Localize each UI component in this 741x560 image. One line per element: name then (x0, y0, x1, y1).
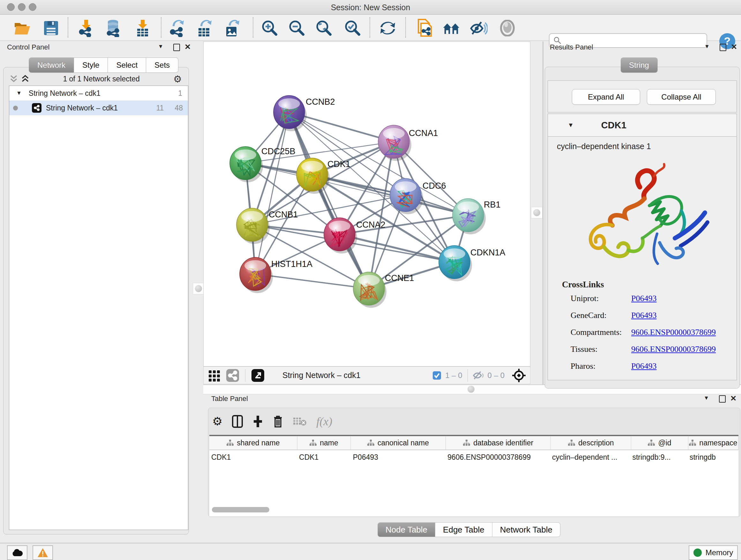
tab-select[interactable]: Select (108, 57, 146, 73)
tab-sets[interactable]: Sets (146, 57, 179, 73)
network-collection-row[interactable]: ▼ String Network – cdk1 1 (9, 86, 188, 101)
left-splitter[interactable] (192, 41, 203, 543)
table-panel-maximize-icon[interactable] (719, 395, 726, 402)
tab-string[interactable]: String (621, 57, 658, 73)
import-database-icon[interactable] (105, 19, 122, 37)
tab-node-table[interactable]: Node Table (378, 522, 435, 537)
zoom-in-icon[interactable] (261, 19, 279, 37)
column-header-name[interactable]: name (297, 436, 351, 449)
string-panel-icon[interactable] (226, 369, 239, 382)
open-file-network-icon[interactable] (415, 19, 433, 37)
export-table-icon[interactable] (195, 19, 213, 37)
horizontal-scrollbar[interactable] (212, 507, 269, 512)
table-cell[interactable]: 9606.ENSP00000378699 (446, 450, 550, 464)
crosslink-value-link[interactable]: P06493 (631, 361, 657, 371)
horizontal-splitter-grip[interactable] (466, 384, 476, 395)
results-panel-close-icon[interactable]: ✕ (731, 43, 737, 51)
control-panel-float-icon[interactable]: ▼ (158, 44, 163, 50)
memory-button[interactable]: Memory (689, 545, 738, 560)
right-splitter[interactable] (530, 42, 545, 384)
home-icon[interactable] (443, 19, 461, 37)
window-title: Session: New Session (0, 3, 741, 12)
show-columns-icon[interactable] (232, 415, 243, 428)
column-header-shared-name[interactable]: shared name (209, 436, 297, 449)
network-node-cdc6[interactable]: CDC6 (390, 179, 446, 214)
table-settings-gear-icon[interactable]: ⚙ (212, 415, 222, 428)
zoom-fit-icon[interactable] (315, 19, 333, 37)
collapse-triangle-icon[interactable]: ▼ (16, 90, 22, 97)
network-node-cdkn1a[interactable]: CDKN1A (439, 246, 506, 281)
fit-content-icon[interactable] (512, 368, 526, 383)
column-header-database-identifier[interactable]: database identifier (446, 436, 551, 449)
table-row[interactable]: CDK1CDK1P064939606.ENSP00000378699cyclin… (209, 450, 738, 464)
network-node-ccnb1[interactable]: CCNB1 (237, 208, 298, 244)
column-header-description[interactable]: description (551, 436, 631, 449)
network-canvas[interactable]: CCNB2CCNA1CDC25BCDK1CDC6RB1CCNB1CCNA2CDK… (203, 42, 530, 367)
network-row-selected[interactable]: String Network – cdk1 11 48 (9, 101, 188, 115)
column-header-canonical-name[interactable]: canonical name (351, 436, 446, 449)
tab-edge-table[interactable]: Edge Table (435, 522, 492, 537)
collapse-all-button[interactable]: Collapse All (647, 89, 716, 105)
results-panel-maximize-icon[interactable] (720, 44, 726, 51)
zoom-out-icon[interactable] (288, 19, 306, 37)
network-node-cdk1[interactable]: CDK1 (296, 158, 350, 194)
table-cell[interactable]: CDK1 (297, 450, 351, 464)
export-image-icon[interactable] (223, 19, 241, 37)
network-options-gear-icon[interactable]: ⚙ (173, 73, 182, 84)
refresh-icon[interactable] (379, 19, 397, 37)
network-graph[interactable]: CCNB2CCNA1CDC25BCDK1CDC6RB1CCNB1CCNA2CDK… (204, 42, 530, 366)
table-cell[interactable]: stringdb:9... (630, 450, 687, 464)
cloud-button[interactable] (7, 545, 27, 560)
table-cell[interactable]: cyclin–dependent ... (550, 450, 630, 464)
right-splitter-grip[interactable] (531, 207, 542, 219)
collapse-all-icon[interactable] (10, 74, 18, 83)
birdseye-view-icon[interactable] (208, 369, 221, 382)
crosslinks-title: CrossLinks (562, 280, 604, 290)
open-in-window-icon[interactable] (251, 369, 265, 382)
hide-selected-icon[interactable] (470, 19, 488, 37)
left-splitter-grip[interactable] (193, 283, 204, 294)
hidden-nodes-icon[interactable] (473, 371, 484, 380)
show-all-icon[interactable] (498, 19, 516, 37)
column-type-icon (463, 440, 470, 446)
column-header--id[interactable]: @id (631, 436, 688, 449)
expand-all-button[interactable]: Expand All (572, 89, 640, 105)
network-node-hist1h1a[interactable]: HIST1H1A (240, 257, 313, 293)
delete-column-icon[interactable] (273, 415, 283, 428)
crosslink-value-link[interactable]: 9606.ENSP00000378699 (631, 327, 716, 337)
warnings-button[interactable] (32, 545, 53, 560)
selected-nodes-checkbox-icon[interactable] (432, 371, 441, 380)
network-node-cdc25b[interactable]: CDC25B (230, 146, 295, 182)
protein-collapse-icon[interactable]: ▼ (568, 122, 574, 129)
table-cell[interactable]: P06493 (351, 450, 446, 464)
export-network-icon[interactable] (168, 19, 186, 37)
node-label: CDC6 (422, 181, 446, 191)
tab-network[interactable]: Network (29, 57, 74, 73)
tab-style[interactable]: Style (74, 57, 108, 73)
network-node-rb1[interactable]: RB1 (453, 199, 501, 234)
column-header-namespace[interactable]: namespace (688, 436, 738, 449)
protein-header-row[interactable]: ▼ CDK1 (548, 114, 737, 137)
results-panel-float-icon[interactable]: ▼ (704, 44, 710, 50)
expand-all-icon[interactable] (21, 74, 29, 83)
tab-network-table[interactable]: Network Table (492, 522, 560, 537)
open-session-icon[interactable] (13, 19, 31, 37)
add-column-icon[interactable] (253, 415, 263, 428)
control-panel-close-icon[interactable]: ✕ (185, 43, 191, 51)
table-cell[interactable]: stringdb (688, 450, 738, 464)
table-panel-close-icon[interactable]: ✕ (730, 394, 737, 403)
divider (468, 369, 468, 382)
control-panel-maximize-icon[interactable] (173, 44, 180, 51)
save-session-icon[interactable] (42, 19, 60, 37)
crosslink-value-link[interactable]: P06493 (631, 294, 657, 303)
delete-table-icon[interactable] (293, 416, 307, 427)
table-cell[interactable]: CDK1 (209, 450, 297, 464)
table-panel-float-icon[interactable]: ▼ (704, 395, 709, 401)
function-builder-icon[interactable]: f(x) (316, 415, 332, 428)
zoom-selected-icon[interactable] (344, 19, 361, 37)
import-table-icon[interactable] (134, 19, 151, 37)
crosslink-value-link[interactable]: 9606.ENSP00000378699 (631, 345, 716, 354)
crosslink-value-link[interactable]: P06493 (631, 311, 657, 320)
status-bar: Memory (0, 543, 741, 560)
import-network-icon[interactable] (77, 19, 95, 37)
